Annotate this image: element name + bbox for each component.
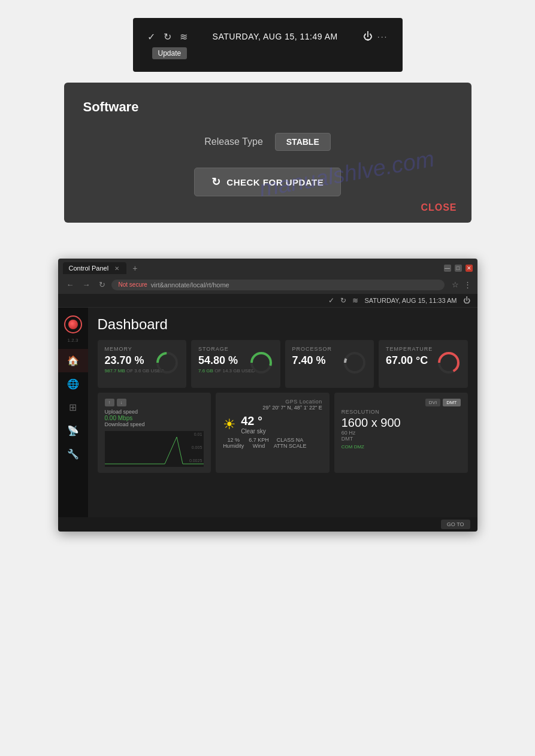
svg-text:0.005: 0.005 [191,445,202,450]
network-graph: 0.01 0.005 0.0025 [105,431,204,467]
sidebar-item-network[interactable]: 🌐 [58,372,88,396]
download-label: Download speed [105,421,204,427]
refresh-icon: ↻ [164,31,171,42]
browser-menu-icon[interactable]: ⋮ [464,280,471,289]
status-datetime: SATURDAY, AUG 15, 11:49 AM [213,32,338,41]
browser-actions: ☆ ⋮ [452,280,471,289]
address-bar[interactable]: Not secure virt&annotate/local/rt/home [111,280,445,290]
wifi-icon: ≋ [180,31,188,42]
upload-value: 0.00 Mbps [105,415,204,421]
weather-sun-icon: ☀ [223,416,236,433]
tab-label: Control Panel [69,265,109,272]
resolution-value: 1600 x 900 [341,416,461,430]
resolution-label: Resolution [341,409,461,415]
logo-circle [64,315,82,333]
software-title: Software [83,99,452,115]
update-badge[interactable]: Update [152,47,188,59]
check-update-label: CHECK FOR UPDATE [226,177,324,187]
logo-inner [68,320,78,329]
widget-storage-value: 54.80 % [198,354,238,367]
widget-storage-label: STORAGE [198,346,229,352]
weather-temperature: 42 ° [241,414,266,428]
spacer [0,223,535,259]
resolution-card: DVI DMT Resolution 1600 x 900 60 Hz DMT … [334,393,468,473]
sidebar-item-home[interactable]: 🏠 [58,349,88,372]
release-badge: STABLE [275,133,331,151]
power-icon[interactable]: ⏻ [363,31,373,42]
browser-tab-active[interactable]: Control Panel ✕ [63,262,127,274]
minimize-button[interactable]: — [444,265,451,272]
sidebar: 1.2.3 🏠 🌐 ⊞ 📡 🔧 [58,308,88,517]
widget-processor: PROCESSOR 7.40 % [285,340,374,388]
gps-coords: 29° 20' 7" N, 48° 1' 22" E [223,405,322,411]
resolution-hz: 60 Hz [341,430,461,436]
app-refresh-icon: ↻ [340,296,346,305]
widget-temperature: TEMPERATURE 67.00 °C [379,340,468,388]
more-options-icon[interactable]: ··· [377,32,388,41]
app-wifi-icon: ≋ [352,296,358,305]
status-icons: ✓ ↻ ≋ [147,31,188,42]
com-dmz-link[interactable]: COM DMZ [341,444,461,450]
widgets-row: MEMORY 23.70 % 987.7 MB OF 3.6 GB USED S… [98,340,468,388]
widget-processor-value: 7.40 % [292,354,326,367]
widget-memory-donut [154,350,180,378]
network-card: ↑ ↓ Upload speed 0.00 Mbps Download spee… [98,393,211,473]
weather-class: CLASS NA ATTN SCALE [274,437,307,449]
resolution-top: DVI DMT [341,399,461,406]
svg-text:0.01: 0.01 [194,432,202,436]
network-btn-2[interactable]: ↓ [117,399,126,406]
check-update-button[interactable]: ↻ CHECK FOR UPDATE [194,168,341,196]
browser-star-icon[interactable]: ☆ [452,280,459,289]
gps-label: GPS Location [223,399,322,405]
address-text: virt&annotate/local/rt/home [151,281,229,289]
sidebar-version: 1.2.3 [68,338,78,343]
browser-address-row: ← → ↻ Not secure virt&annotate/local/rt/… [63,277,473,294]
release-type-row: Release Type STABLE [83,133,452,151]
sidebar-logo [62,314,84,335]
sidebar-item-apps[interactable]: ⊞ [58,396,88,419]
svg-point-4 [345,353,364,372]
tab-add-button[interactable]: + [129,262,141,274]
forward-button[interactable]: → [80,279,93,290]
second-row: ↑ ↓ Upload speed 0.00 Mbps Download spee… [98,393,468,473]
sidebar-item-settings[interactable]: 🔧 [58,442,88,466]
weather-main: ☀ 42 ° Clear sky [223,414,322,435]
close-button[interactable]: CLOSE [421,202,457,213]
close-window-button[interactable]: ✕ [466,265,473,272]
weather-details: 12 % Humidity 6.7 KPH Wind CLASS NA ATTN… [223,437,322,449]
browser-chrome: Control Panel ✕ + — □ ✕ ← → ↻ Not secure… [58,259,477,294]
widget-memory-label: MEMORY [105,346,132,352]
app-datetime: SATURDAY, AUG 15, 11:33 AM [364,297,457,304]
app-power-icon[interactable]: ⏻ [463,296,470,305]
check-icon: ✓ [147,31,155,42]
widget-memory: MEMORY 23.70 % 987.7 MB OF 3.6 GB USED [98,340,187,388]
go-to-button[interactable]: GO TO [441,520,470,529]
app-bottom-bar: GO TO [58,517,477,532]
dvi-button[interactable]: DVI [425,399,440,406]
widget-storage: STORAGE 54.80 % 7.6 GB OF 14.3 GB USED [191,340,280,388]
back-button[interactable]: ← [64,279,77,290]
top-status-bar: ✓ ↻ ≋ SATURDAY, AUG 15, 11:49 AM ⏻ ··· U… [133,18,403,72]
page-title: Dashboard [98,316,468,333]
weather-description: Clear sky [241,428,266,435]
tab-close-icon[interactable]: ✕ [114,265,119,272]
widget-processor-label: PROCESSOR [292,346,333,352]
app-top-bar: ✓ ↻ ≋ SATURDAY, AUG 15, 11:33 AM ⏻ [58,294,477,308]
svg-text:0.0025: 0.0025 [189,459,202,463]
status-bar-update-row: Update [143,45,393,62]
release-type-label: Release Type [204,136,263,147]
main-area: Dashboard MEMORY 23.70 % 987.7 MB OF 3.6… [88,308,477,517]
refresh-nav-button[interactable]: ↻ [96,279,108,290]
app-check-icon: ✓ [328,296,334,305]
resolution-standard: DMT [341,436,461,442]
dmt-button[interactable]: DMT [443,399,460,406]
browser-window: Control Panel ✕ + — □ ✕ ← → ↻ Not secure… [58,259,477,532]
upload-label: Upload speed [105,409,204,415]
not-secure-label: Not secure [119,281,147,288]
status-bar-main-row: ✓ ↻ ≋ SATURDAY, AUG 15, 11:49 AM ⏻ ··· [143,29,393,45]
network-btn-1[interactable]: ↑ [105,399,114,406]
maximize-button[interactable]: □ [455,265,462,272]
weather-humidity: 12 % Humidity [223,437,244,449]
sidebar-item-signal[interactable]: 📡 [58,419,88,442]
weather-wind: 6.7 KPH Wind [249,437,269,449]
